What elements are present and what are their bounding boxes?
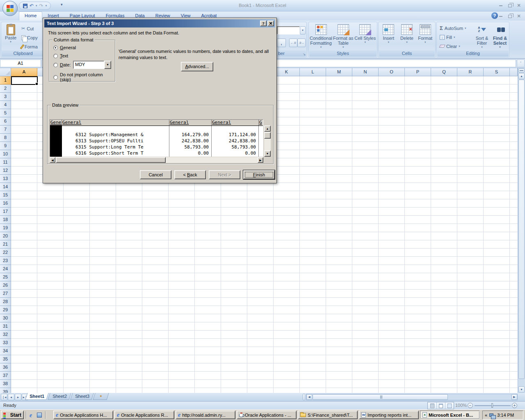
row-header[interactable]: 9 (0, 142, 11, 150)
cancel-button[interactable]: Cancel (140, 170, 171, 179)
first-sheet-icon[interactable]: ❘◂ (1, 394, 7, 400)
dialog-launcher-icon[interactable]: ↘ (303, 52, 306, 56)
tab-split-handle[interactable] (303, 394, 305, 400)
format-cells-button[interactable]: Format ▾ (416, 23, 434, 50)
fill-button[interactable]: ↓ Fill ▾ (438, 33, 457, 41)
horizontal-scroll-thumb[interactable] (313, 394, 448, 400)
conditional-formatting-button[interactable]: Conditional Formatting ▾ (310, 23, 332, 50)
column-header[interactable]: K (274, 68, 300, 76)
row-header[interactable]: 7 (0, 126, 11, 134)
row-header[interactable]: 13 (0, 175, 11, 183)
row-header[interactable]: 6 (0, 117, 11, 126)
preview-column-header[interactable]: G (259, 120, 263, 126)
preview-column-header[interactable]: General (212, 120, 259, 126)
radio-text[interactable]: Text (53, 53, 68, 58)
number-format-dropdown-icon[interactable]: ▾ (300, 26, 306, 34)
preview-row[interactable]: 6315 Support:Long Term Te 58,793.00 58,7… (50, 144, 263, 151)
row-header[interactable]: 31 (0, 322, 11, 331)
row-header[interactable]: 34 (0, 347, 11, 355)
column-header[interactable]: L (300, 68, 326, 76)
quick-launch-ie-icon[interactable]: e (30, 413, 32, 418)
cell-styles-button[interactable]: Cell Styles ▾ (354, 23, 376, 50)
next-sheet-icon[interactable]: ▸ (15, 394, 21, 400)
taskbar-button-3[interactable]: ehttp://roald.admin.ry... (176, 411, 235, 419)
column-header[interactable]: O (379, 68, 405, 76)
name-box[interactable]: A1 (0, 59, 41, 67)
preview-column-header[interactable]: Gener (50, 120, 62, 126)
row-header[interactable]: 29 (0, 306, 11, 314)
undo-icon[interactable]: ↶ (30, 3, 34, 8)
zoom-out-icon[interactable]: − (468, 403, 473, 408)
app-minimize-icon[interactable] (497, 2, 504, 9)
preview-selected-column-cell[interactable] (50, 126, 62, 132)
dialog-close-icon[interactable]: ✕ (267, 21, 274, 26)
row-header[interactable]: 15 (0, 191, 11, 199)
radio-date[interactable]: Date: (53, 62, 71, 67)
row-header[interactable]: 35 (0, 355, 11, 363)
row-header[interactable]: 38 (0, 380, 11, 388)
row-header[interactable]: 22 (0, 249, 11, 257)
preview-selected-column-cell[interactable] (50, 151, 62, 157)
row-header[interactable]: 28 (0, 298, 11, 306)
column-header-a[interactable]: A (11, 68, 37, 76)
zoom-slider[interactable] (491, 403, 493, 408)
preview-row[interactable] (50, 126, 263, 132)
column-header[interactable]: N (352, 68, 379, 76)
column-header[interactable]: P (405, 68, 431, 76)
preview-vertical-scrollbar[interactable]: ▲ ▼ (264, 126, 271, 157)
taskbar-button-1[interactable]: eOracle Applications H... (53, 411, 113, 419)
redo-icon[interactable]: ↷ (39, 3, 43, 8)
preview-scroll-right-icon[interactable]: ▶ (258, 157, 263, 163)
back-button[interactable]: < Back (174, 170, 206, 179)
radio-skip[interactable]: Do not import column (skip) (53, 72, 115, 82)
column-header[interactable]: R (457, 68, 484, 76)
column-header-partial[interactable] (510, 68, 518, 76)
taskbar-button-4[interactable]: Oracle Applications - ... (237, 411, 297, 419)
insert-cells-button[interactable]: Insert ▾ (379, 23, 398, 50)
increase-decimal-icon[interactable]: ←.0 (289, 39, 297, 47)
row-header[interactable]: 36 (0, 363, 11, 372)
row-header[interactable]: 4 (0, 101, 11, 109)
row-header[interactable]: 19 (0, 224, 11, 232)
date-format-dropdown-icon[interactable]: ▼ (104, 61, 111, 69)
preview-table[interactable]: Gener General General General G 6312 Sup… (50, 119, 263, 157)
office-button[interactable] (2, 1, 18, 16)
row-header[interactable]: 27 (0, 290, 11, 298)
row-header[interactable]: 37 (0, 372, 11, 380)
preview-scroll-down-icon[interactable]: ▼ (264, 151, 271, 157)
tab-home[interactable]: Home (19, 11, 42, 21)
sheet-tab-sheet1[interactable]: Sheet1 (25, 393, 49, 400)
taskbar-button-6[interactable]: WImporting reports int... (359, 411, 419, 419)
preview-row[interactable]: 6312 Support:Management & 164,279.00 171… (50, 132, 263, 138)
select-all-corner[interactable] (0, 68, 11, 76)
column-header[interactable]: M (326, 68, 352, 76)
row-header[interactable]: 20 (0, 232, 11, 240)
vertical-scroll-thumb[interactable] (518, 80, 525, 379)
row-header[interactable]: 16 (0, 199, 11, 208)
row-header[interactable]: 5 (0, 109, 11, 117)
row-header[interactable]: 23 (0, 257, 11, 265)
column-header[interactable]: Q (431, 68, 457, 76)
redo-dropdown-icon[interactable]: ▾ (46, 4, 47, 7)
row-header[interactable]: 24 (0, 265, 11, 273)
sheet-tab-sheet3[interactable]: Sheet3 (70, 393, 94, 400)
preview-hscroll-thumb[interactable] (56, 157, 166, 163)
book-minimize-icon[interactable] (497, 13, 504, 19)
prev-sheet-icon[interactable]: ◂ (8, 394, 14, 400)
row-header[interactable]: 10 (0, 150, 11, 158)
clear-button[interactable]: Clear ▾ (438, 42, 461, 50)
row-header-1[interactable]: 1 (0, 76, 11, 84)
row-header[interactable]: 8 (0, 134, 11, 142)
horizontal-scrollbar[interactable]: ◀ ▶ (306, 394, 518, 400)
scroll-left-icon[interactable]: ◀ (306, 394, 312, 400)
qat-customize-icon[interactable]: ▾ (61, 2, 63, 7)
row-header[interactable]: 33 (0, 339, 11, 347)
dialog-titlebar[interactable]: Text Import Wizard - Step 3 of 3 ? ✕ (44, 19, 275, 27)
taskbar-button-2[interactable]: eOracle Applications R... (114, 411, 174, 419)
tray-collapse-icon[interactable]: « (485, 413, 487, 418)
preview-scroll-up-icon[interactable]: ▲ (264, 126, 271, 132)
row-header[interactable]: 11 (0, 158, 11, 167)
preview-selected-column-cell[interactable] (50, 144, 62, 151)
row-header[interactable]: 3 (0, 93, 11, 101)
row-header[interactable]: 2 (0, 84, 11, 93)
